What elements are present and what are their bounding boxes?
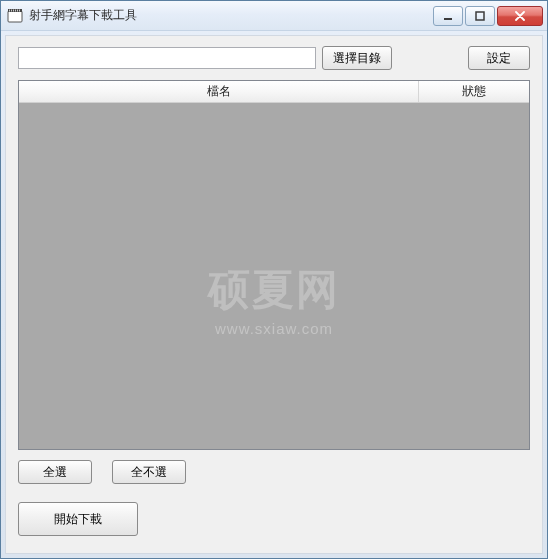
path-row: 選擇目錄 設定 bbox=[18, 46, 530, 70]
file-listview[interactable]: 檔名 狀態 硕夏网 www.sxiaw.com bbox=[18, 80, 530, 450]
watermark: 硕夏网 www.sxiaw.com bbox=[19, 262, 529, 337]
app-icon bbox=[7, 8, 23, 24]
column-header-status[interactable]: 狀態 bbox=[419, 81, 529, 102]
column-header-filename[interactable]: 檔名 bbox=[19, 81, 419, 102]
watermark-url: www.sxiaw.com bbox=[19, 320, 529, 337]
svg-rect-4 bbox=[13, 9, 14, 11]
svg-rect-5 bbox=[15, 9, 16, 11]
browse-directory-button[interactable]: 選擇目錄 bbox=[322, 46, 392, 70]
directory-input[interactable] bbox=[18, 47, 316, 69]
maximize-button[interactable] bbox=[465, 6, 495, 26]
select-all-button[interactable]: 全選 bbox=[18, 460, 92, 484]
svg-rect-0 bbox=[8, 11, 22, 22]
client-area: 選擇目錄 設定 檔名 狀態 硕夏网 www.sxiaw.com 全選 全不選 bbox=[5, 35, 543, 554]
watermark-text: 硕夏网 bbox=[19, 262, 529, 318]
window-controls bbox=[433, 6, 543, 26]
close-button[interactable] bbox=[497, 6, 543, 26]
svg-rect-7 bbox=[19, 9, 20, 11]
minimize-button[interactable] bbox=[433, 6, 463, 26]
selection-row: 全選 全不選 bbox=[18, 460, 530, 484]
svg-rect-9 bbox=[476, 12, 484, 20]
app-window: 射手網字幕下載工具 選擇目錄 設定 檔名 狀態 bbox=[0, 0, 548, 559]
select-none-button[interactable]: 全不選 bbox=[112, 460, 186, 484]
svg-rect-3 bbox=[11, 9, 12, 11]
svg-rect-2 bbox=[9, 9, 10, 11]
settings-button[interactable]: 設定 bbox=[468, 46, 530, 70]
start-row: 開始下載 bbox=[18, 502, 530, 536]
title-bar: 射手網字幕下載工具 bbox=[1, 1, 547, 31]
window-title: 射手網字幕下載工具 bbox=[29, 7, 433, 24]
listview-body: 硕夏网 www.sxiaw.com bbox=[19, 103, 529, 449]
listview-header: 檔名 狀態 bbox=[19, 81, 529, 103]
start-download-button[interactable]: 開始下載 bbox=[18, 502, 138, 536]
svg-rect-8 bbox=[444, 18, 452, 20]
svg-rect-6 bbox=[17, 9, 18, 11]
